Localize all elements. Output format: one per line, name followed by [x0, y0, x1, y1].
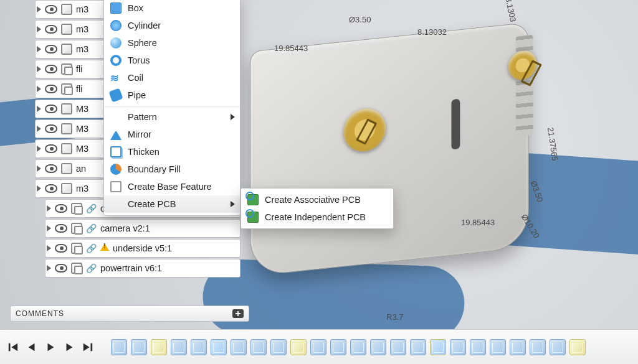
menu-item-torus[interactable]: Torus	[104, 52, 240, 69]
tree-row-label: underside v5:1	[113, 243, 172, 253]
create-menu[interactable]: BoxCylinderSphereTorus≋CoilPipePatternMi…	[103, 0, 240, 216]
expand-icon[interactable]	[37, 106, 41, 112]
svg-marker-5	[83, 343, 90, 351]
timeline-last-button[interactable]	[81, 340, 95, 354]
timeline-feature[interactable]	[530, 339, 546, 355]
expand-icon[interactable]	[37, 66, 41, 72]
tree-row-label: M3	[76, 144, 88, 154]
tree-row[interactable]: 🔗underside v5:1	[45, 239, 240, 258]
tree-row[interactable]: 🔗powertrain v6:1	[45, 259, 240, 278]
menu-item-create-base-feature[interactable]: Create Base Feature	[104, 178, 240, 195]
visibility-toggle-icon[interactable]	[45, 85, 57, 93]
timeline-feature[interactable]	[350, 339, 366, 355]
timeline-feature[interactable]	[270, 339, 287, 355]
svg-marker-1	[11, 343, 17, 351]
visibility-toggle-icon[interactable]	[45, 65, 57, 73]
visibility-toggle-icon[interactable]	[45, 5, 57, 14]
visibility-toggle-icon[interactable]	[45, 105, 57, 113]
timeline-feature[interactable]	[550, 339, 566, 355]
timeline-feature[interactable]	[410, 339, 426, 355]
add-comment-button[interactable]	[232, 309, 244, 318]
timeline-feature[interactable]	[569, 339, 586, 355]
menu-item-create-independent-pcb[interactable]: Create Independent PCB	[241, 208, 393, 226]
timeline-feature[interactable]	[250, 339, 267, 355]
timeline-feature[interactable]	[430, 339, 446, 355]
body-icon	[61, 123, 72, 134]
sphere-icon	[110, 37, 121, 49]
timeline-features[interactable]	[111, 339, 632, 355]
timeline-feature[interactable]	[490, 339, 506, 355]
expand-icon[interactable]	[47, 205, 51, 212]
timeline-next-button[interactable]	[62, 340, 76, 354]
timeline-play-button[interactable]	[44, 340, 57, 354]
visibility-toggle-icon[interactable]	[45, 164, 57, 173]
visibility-toggle-icon[interactable]	[45, 25, 57, 34]
expand-icon[interactable]	[37, 46, 41, 52]
timeline-feature[interactable]	[470, 339, 486, 355]
component-icon	[71, 263, 82, 274]
menu-item-create-associative-pcb[interactable]: Create Associative PCB	[241, 191, 393, 208]
expand-icon[interactable]	[47, 225, 51, 231]
link-icon: 🔗	[86, 203, 97, 213]
menu-item-cylinder[interactable]: Cylinder	[104, 17, 240, 34]
expand-icon[interactable]	[37, 126, 41, 132]
timeline-feature[interactable]	[131, 339, 147, 355]
expand-icon[interactable]	[47, 245, 51, 251]
timeline-feature[interactable]	[330, 339, 346, 355]
visibility-toggle-icon[interactable]	[45, 144, 57, 153]
visibility-toggle-icon[interactable]	[55, 204, 67, 213]
timeline-feature[interactable]	[290, 339, 307, 355]
menu-item-pattern[interactable]: Pattern	[104, 108, 240, 126]
expand-icon[interactable]	[37, 146, 41, 152]
body-icon	[61, 183, 72, 194]
timeline-feature[interactable]	[151, 339, 167, 355]
timeline-feature[interactable]	[171, 339, 187, 355]
dimension-label: Ø3.50	[349, 15, 371, 24]
timeline-feature[interactable]	[191, 339, 207, 355]
visibility-toggle-icon[interactable]	[45, 184, 57, 193]
menu-item-boundary-fill[interactable]: Boundary Fill	[104, 161, 240, 178]
timeline-feature[interactable]	[211, 339, 227, 355]
expand-icon[interactable]	[47, 265, 51, 271]
timeline-feature[interactable]	[370, 339, 386, 355]
submenu-arrow-icon	[231, 201, 235, 207]
body-icon	[61, 163, 72, 174]
menu-item-pipe[interactable]: Pipe	[104, 86, 240, 104]
comments-panel-header[interactable]: COMMENTS	[10, 306, 249, 322]
expand-icon[interactable]	[37, 185, 41, 192]
timeline-feature[interactable]	[310, 339, 326, 355]
tree-row[interactable]: 🔗camera v2:1	[45, 219, 240, 238]
body-icon	[61, 24, 72, 35]
component-icon	[71, 203, 82, 214]
create-pcb-submenu[interactable]: Create Associative PCBCreate Independent…	[240, 188, 394, 229]
expand-icon[interactable]	[37, 26, 41, 32]
timeline-bar[interactable]	[0, 329, 638, 364]
timeline-feature[interactable]	[390, 339, 406, 355]
timeline-feature[interactable]	[450, 339, 466, 355]
visibility-toggle-icon[interactable]	[45, 124, 57, 133]
component-icon	[71, 223, 82, 234]
menu-item-mirror[interactable]: Mirror	[104, 126, 240, 143]
visibility-toggle-icon[interactable]	[55, 264, 67, 273]
timeline-feature[interactable]	[231, 339, 247, 355]
link-icon: 🔗	[86, 223, 97, 233]
visibility-toggle-icon[interactable]	[55, 244, 67, 253]
expand-icon[interactable]	[37, 6, 41, 12]
timeline-feature[interactable]	[111, 339, 127, 355]
expand-icon[interactable]	[37, 86, 41, 92]
expand-icon[interactable]	[37, 166, 41, 172]
menu-item-label: Boundary Fill	[128, 164, 181, 174]
comments-title: COMMENTS	[16, 309, 64, 318]
menu-item-box[interactable]: Box	[104, 0, 240, 17]
timeline-first-button[interactable]	[6, 340, 20, 354]
menu-item-sphere[interactable]: Sphere	[104, 34, 240, 52]
timeline-prev-button[interactable]	[25, 340, 39, 354]
menu-item-create-pcb[interactable]: Create PCB	[104, 195, 240, 213]
visibility-toggle-icon[interactable]	[55, 224, 67, 233]
menu-item-thicken[interactable]: Thicken	[104, 143, 240, 161]
menu-item-coil[interactable]: ≋Coil	[104, 69, 240, 86]
component-icon	[61, 83, 72, 95]
timeline-feature[interactable]	[510, 339, 526, 355]
visibility-toggle-icon[interactable]	[45, 45, 57, 54]
warning-icon	[100, 243, 109, 251]
